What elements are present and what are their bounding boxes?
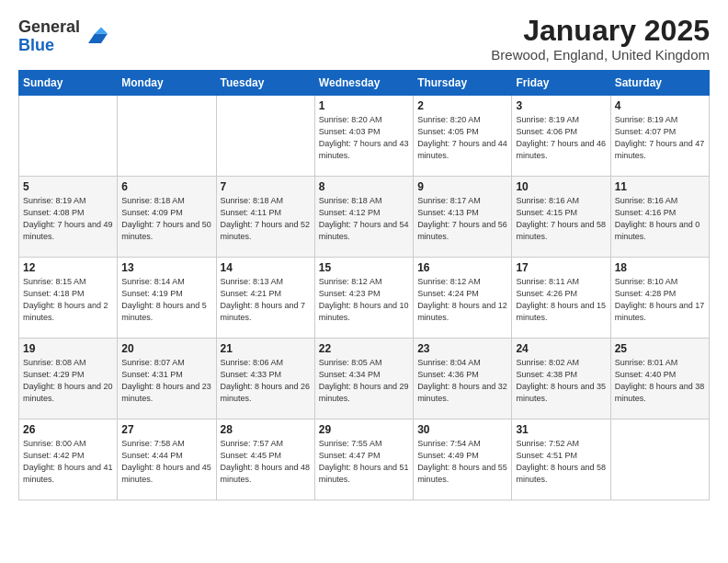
day-number: 9 <box>417 180 507 193</box>
day-info: Sunrise: 8:00 AMSunset: 4:42 PMDaylight:… <box>23 438 113 486</box>
day-cell: 22Sunrise: 8:05 AMSunset: 4:34 PMDayligh… <box>314 339 413 419</box>
day-cell: 8Sunrise: 8:18 AMSunset: 4:12 PMDaylight… <box>314 177 413 258</box>
day-info: Sunrise: 8:18 AMSunset: 4:09 PMDaylight:… <box>121 195 211 243</box>
day-cell <box>118 96 216 177</box>
day-number: 4 <box>615 99 705 112</box>
day-cell: 28Sunrise: 7:57 AMSunset: 4:45 PMDayligh… <box>216 419 314 500</box>
day-number: 21 <box>221 342 311 355</box>
calendar-subtitle: Brewood, England, United Kingdom <box>491 47 710 63</box>
header-thursday: Thursday <box>414 71 512 96</box>
day-number: 13 <box>121 261 211 274</box>
svg-marker-1 <box>95 27 108 33</box>
day-info: Sunrise: 8:13 AMSunset: 4:21 PMDaylight:… <box>221 276 311 324</box>
day-info: Sunrise: 8:01 AMSunset: 4:40 PMDaylight:… <box>615 357 705 405</box>
day-number: 14 <box>221 261 311 274</box>
day-cell: 30Sunrise: 7:54 AMSunset: 4:49 PMDayligh… <box>414 419 512 500</box>
day-cell <box>19 96 118 177</box>
day-info: Sunrise: 8:18 AMSunset: 4:12 PMDaylight:… <box>319 195 409 243</box>
day-number: 19 <box>23 342 113 355</box>
day-cell: 19Sunrise: 8:08 AMSunset: 4:29 PMDayligh… <box>19 339 118 419</box>
day-cell: 6Sunrise: 8:18 AMSunset: 4:09 PMDaylight… <box>118 177 216 258</box>
day-info: Sunrise: 8:12 AMSunset: 4:24 PMDaylight:… <box>417 276 507 324</box>
day-info: Sunrise: 8:02 AMSunset: 4:38 PMDaylight:… <box>516 357 606 405</box>
day-info: Sunrise: 8:04 AMSunset: 4:36 PMDaylight:… <box>417 357 507 405</box>
logo-icon <box>82 24 108 50</box>
logo: General Blue <box>18 18 108 55</box>
day-cell: 10Sunrise: 8:16 AMSunset: 4:15 PMDayligh… <box>512 177 610 258</box>
day-cell: 16Sunrise: 8:12 AMSunset: 4:24 PMDayligh… <box>414 258 512 339</box>
header-tuesday: Tuesday <box>216 71 314 96</box>
title-area: January 2025 Brewood, England, United Ki… <box>491 15 710 63</box>
day-number: 29 <box>319 423 409 436</box>
day-cell: 27Sunrise: 7:58 AMSunset: 4:44 PMDayligh… <box>118 419 216 500</box>
header: General Blue January 2025 Brewood, Engla… <box>18 15 710 63</box>
day-info: Sunrise: 8:16 AMSunset: 4:16 PMDaylight:… <box>615 195 705 243</box>
day-info: Sunrise: 7:58 AMSunset: 4:44 PMDaylight:… <box>121 438 211 486</box>
day-info: Sunrise: 8:06 AMSunset: 4:33 PMDaylight:… <box>221 357 311 405</box>
day-cell: 31Sunrise: 7:52 AMSunset: 4:51 PMDayligh… <box>512 419 610 500</box>
day-number: 6 <box>121 180 211 193</box>
day-cell: 9Sunrise: 8:17 AMSunset: 4:13 PMDaylight… <box>414 177 512 258</box>
day-cell: 13Sunrise: 8:14 AMSunset: 4:19 PMDayligh… <box>118 258 216 339</box>
day-cell: 11Sunrise: 8:16 AMSunset: 4:16 PMDayligh… <box>610 177 709 258</box>
day-number: 12 <box>23 261 113 274</box>
day-cell: 5Sunrise: 8:19 AMSunset: 4:08 PMDaylight… <box>19 177 118 258</box>
day-number: 23 <box>417 342 507 355</box>
day-number: 26 <box>23 423 113 436</box>
calendar-table: SundayMondayTuesdayWednesdayThursdayFrid… <box>18 70 710 500</box>
week-row-2: 5Sunrise: 8:19 AMSunset: 4:08 PMDaylight… <box>19 177 710 258</box>
day-number: 28 <box>221 423 311 436</box>
day-cell: 23Sunrise: 8:04 AMSunset: 4:36 PMDayligh… <box>414 339 512 419</box>
day-info: Sunrise: 7:54 AMSunset: 4:49 PMDaylight:… <box>417 438 507 486</box>
calendar-title: January 2025 <box>491 15 710 47</box>
day-cell: 12Sunrise: 8:15 AMSunset: 4:18 PMDayligh… <box>19 258 118 339</box>
day-info: Sunrise: 8:14 AMSunset: 4:19 PMDaylight:… <box>121 276 211 324</box>
header-saturday: Saturday <box>610 71 709 96</box>
day-number: 31 <box>516 423 606 436</box>
day-cell: 4Sunrise: 8:19 AMSunset: 4:07 PMDaylight… <box>610 96 709 177</box>
logo-blue: Blue <box>18 36 54 54</box>
day-number: 16 <box>417 261 507 274</box>
svg-marker-0 <box>88 33 108 43</box>
header-friday: Friday <box>512 71 610 96</box>
day-cell: 20Sunrise: 8:07 AMSunset: 4:31 PMDayligh… <box>118 339 216 419</box>
day-number: 2 <box>417 99 507 112</box>
day-info: Sunrise: 8:19 AMSunset: 4:07 PMDaylight:… <box>615 114 705 162</box>
day-cell: 14Sunrise: 8:13 AMSunset: 4:21 PMDayligh… <box>216 258 314 339</box>
day-cell: 3Sunrise: 8:19 AMSunset: 4:06 PMDaylight… <box>512 96 610 177</box>
day-cell: 21Sunrise: 8:06 AMSunset: 4:33 PMDayligh… <box>216 339 314 419</box>
day-cell <box>610 419 709 500</box>
day-info: Sunrise: 8:15 AMSunset: 4:18 PMDaylight:… <box>23 276 113 324</box>
day-number: 22 <box>319 342 409 355</box>
day-number: 30 <box>417 423 507 436</box>
calendar-body: 1Sunrise: 8:20 AMSunset: 4:03 PMDaylight… <box>19 96 710 500</box>
day-number: 3 <box>516 99 606 112</box>
day-number: 1 <box>319 99 409 112</box>
header-sunday: Sunday <box>19 71 118 96</box>
day-number: 5 <box>23 180 113 193</box>
day-number: 15 <box>319 261 409 274</box>
logo-general: General <box>18 17 80 36</box>
header-monday: Monday <box>118 71 216 96</box>
day-number: 20 <box>121 342 211 355</box>
day-cell: 7Sunrise: 8:18 AMSunset: 4:11 PMDaylight… <box>216 177 314 258</box>
day-cell: 1Sunrise: 8:20 AMSunset: 4:03 PMDaylight… <box>314 96 413 177</box>
day-info: Sunrise: 7:52 AMSunset: 4:51 PMDaylight:… <box>516 438 606 486</box>
day-number: 8 <box>319 180 409 193</box>
day-info: Sunrise: 8:08 AMSunset: 4:29 PMDaylight:… <box>23 357 113 405</box>
week-row-5: 26Sunrise: 8:00 AMSunset: 4:42 PMDayligh… <box>19 419 710 500</box>
day-cell: 15Sunrise: 8:12 AMSunset: 4:23 PMDayligh… <box>314 258 413 339</box>
day-cell: 2Sunrise: 8:20 AMSunset: 4:05 PMDaylight… <box>414 96 512 177</box>
header-wednesday: Wednesday <box>314 71 413 96</box>
week-row-3: 12Sunrise: 8:15 AMSunset: 4:18 PMDayligh… <box>19 258 710 339</box>
calendar-header-row: SundayMondayTuesdayWednesdayThursdayFrid… <box>19 71 710 96</box>
day-info: Sunrise: 8:07 AMSunset: 4:31 PMDaylight:… <box>121 357 211 405</box>
day-number: 25 <box>615 342 705 355</box>
day-info: Sunrise: 8:19 AMSunset: 4:06 PMDaylight:… <box>516 114 606 162</box>
day-info: Sunrise: 8:12 AMSunset: 4:23 PMDaylight:… <box>319 276 409 324</box>
day-number: 18 <box>615 261 705 274</box>
day-cell: 17Sunrise: 8:11 AMSunset: 4:26 PMDayligh… <box>512 258 610 339</box>
day-info: Sunrise: 8:17 AMSunset: 4:13 PMDaylight:… <box>417 195 507 243</box>
day-number: 10 <box>516 180 606 193</box>
day-number: 27 <box>121 423 211 436</box>
